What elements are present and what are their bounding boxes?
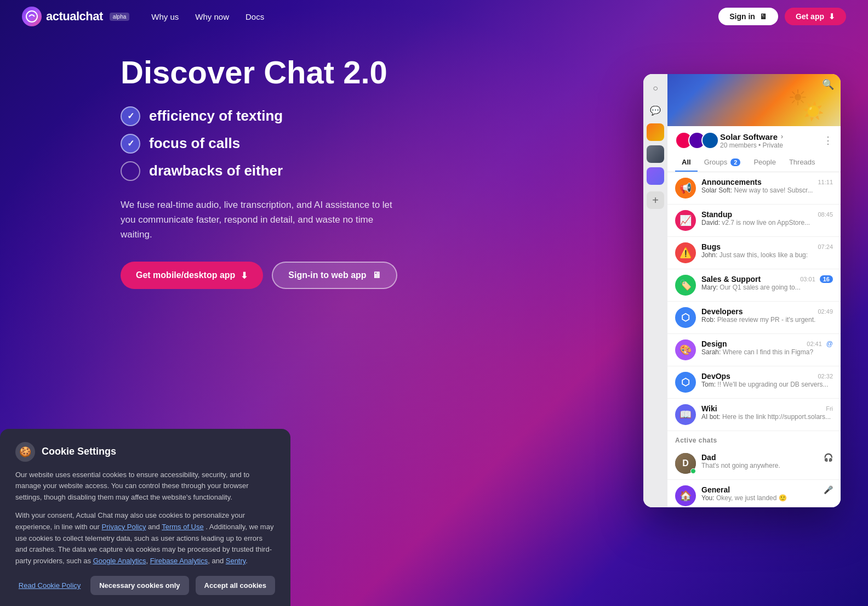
chat-item-body: Developers 02:49 Rob: Please review my P… <box>701 307 833 324</box>
cookie-icon: 🍪 <box>15 442 35 462</box>
logo-text: actualchat <box>46 9 103 24</box>
chat-name: Sales & Support <box>701 275 761 284</box>
monitor-icon-2: 🖥 <box>372 270 381 280</box>
chat-tabs: All Groups 2 People Threads <box>667 154 841 172</box>
nav-docs[interactable]: Docs <box>245 12 264 21</box>
chat-item-body: Standup 08:45 David: v2.7 is now live on… <box>701 210 833 226</box>
check-icon-1: ✓ <box>121 106 140 126</box>
navbar: actualchat alpha Why us Why now Docs Sig… <box>0 0 868 33</box>
wiki-avatar: 📖 <box>675 404 696 425</box>
more-options-button[interactable]: ⋮ <box>823 134 833 146</box>
logo[interactable]: actualchat alpha <box>22 7 129 26</box>
chat-item-developers[interactable]: ⬡ Developers 02:49 Rob: Please review my… <box>667 302 841 334</box>
mic-icon: 🎤 <box>824 485 833 494</box>
cookie-banner: 🍪 Cookie Settings Our website uses essen… <box>0 429 290 606</box>
tab-all[interactable]: All <box>675 154 698 172</box>
chat-preview: That's not going anywhere. <box>701 462 833 469</box>
sales-avatar: 🏷️ <box>675 275 696 296</box>
signin-button[interactable]: Sign in <box>718 8 778 25</box>
hero-title: Discover Chat 2.0 <box>121 55 460 90</box>
announcements-avatar: 📢 <box>675 178 696 199</box>
sidebar-solar-thumb[interactable] <box>647 123 664 141</box>
monitor-icon <box>760 12 767 21</box>
sentry-link[interactable]: Sentry <box>226 557 246 565</box>
sidebar-compass-icon[interactable]: ○ <box>647 80 664 97</box>
tab-groups[interactable]: Groups 2 <box>698 154 747 172</box>
chat-list: 📢 Announcements 11:11 Solar Soft: New wa… <box>667 172 841 507</box>
chat-preview: Solar Soft: New way to save! Subscr... <box>701 186 833 194</box>
download-icon <box>829 12 835 21</box>
list-item: ✓ efficiency of texting <box>121 106 460 126</box>
group-info: Solar Software › 20 members • Private ⋮ <box>667 126 841 154</box>
chat-item-body: General 🎤 You: Okey, we just landed 🙂 <box>701 485 833 502</box>
chat-time: 02:49 <box>818 308 833 315</box>
chat-item-bugs[interactable]: ⚠️ Bugs 07:24 John: Just saw this, looks… <box>667 237 841 269</box>
unread-badge: 16 <box>820 275 833 283</box>
chat-panel: ○ 💬 + 🔍 ☀️ Solar Software <box>643 74 841 507</box>
chat-item-dad[interactable]: D Dad 🎧 That's not going anywhere. <box>667 448 841 480</box>
active-chats-label: Active chats <box>667 431 841 448</box>
feature-list: ✓ efficiency of texting ✓ focus of calls… <box>121 106 460 181</box>
chat-item-body: Sales & Support 03:01 16 Mary: Our Q1 sa… <box>701 275 833 291</box>
chat-item-sales[interactable]: 🏷️ Sales & Support 03:01 16 Mary: Our Q1… <box>667 269 841 302</box>
mention-icon: @ <box>826 340 833 348</box>
chat-name: Announcements <box>701 178 762 186</box>
chat-preview: You: Okey, we just landed 🙂 <box>701 494 833 502</box>
standup-avatar: 📈 <box>675 210 696 231</box>
headphones-icon: 🎧 <box>824 453 833 462</box>
chat-item-body: Announcements 11:11 Solar Soft: New way … <box>701 178 833 194</box>
cookie-buttons: Read Cookie Policy Necessary cookies onl… <box>15 576 275 595</box>
sidebar-chat-icon[interactable]: 💬 <box>647 101 664 119</box>
logo-icon <box>22 7 42 26</box>
chat-item-design[interactable]: 🎨 Design 02:41 @ Sarah: Where can I find… <box>667 334 841 366</box>
sidebar-thumb-2[interactable] <box>647 145 664 163</box>
chat-time: 08:45 <box>818 211 833 218</box>
hero-buttons: Get mobile/desktop app ⬇ Sign-in to web … <box>121 262 460 289</box>
chat-preview: AI bot: Here is the link http://support.… <box>701 413 833 421</box>
general-avatar: 🏠 <box>675 485 696 506</box>
check-icon-3 <box>121 161 140 181</box>
hero-section: Discover Chat 2.0 ✓ efficiency of textin… <box>121 55 460 289</box>
nav-why-us[interactable]: Why us <box>151 12 179 21</box>
sidebar-thumb-3[interactable] <box>647 167 664 185</box>
chat-time: 11:11 <box>818 179 833 185</box>
nav-actions: Sign in Get app <box>718 8 846 25</box>
chat-item-announcements[interactable]: 📢 Announcements 11:11 Solar Soft: New wa… <box>667 172 841 205</box>
firebase-link[interactable]: Firebase Analytics <box>150 557 208 565</box>
feature-text-1: efficiency of texting <box>149 107 283 124</box>
download-icon-2: ⬇ <box>241 270 248 281</box>
chevron-right-icon: › <box>781 133 783 140</box>
chat-item-devops[interactable]: ⬡ DevOps 02:32 Tom: !! We'll be upgradin… <box>667 366 841 399</box>
chat-item-standup[interactable]: 📈 Standup 08:45 David: v2.7 is now live … <box>667 205 841 237</box>
chat-name: DevOps <box>701 372 730 381</box>
necessary-cookies-button[interactable]: Necessary cookies only <box>90 576 189 595</box>
groups-badge: 2 <box>730 158 740 166</box>
feature-text-3: drawbacks of either <box>149 162 283 179</box>
group-name: Solar Software <box>720 132 778 141</box>
chat-time: 07:24 <box>818 243 833 250</box>
cookie-header: 🍪 Cookie Settings <box>15 442 275 462</box>
developers-avatar: ⬡ <box>675 307 696 328</box>
google-analytics-link[interactable]: Google Analytics <box>93 557 146 565</box>
sidebar-add-button[interactable]: + <box>647 191 664 209</box>
chat-item-wiki[interactable]: 📖 Wiki Fri AI bot: Here is the link http… <box>667 399 841 431</box>
getapp-button[interactable]: Get app <box>785 8 846 25</box>
nav-why-now[interactable]: Why now <box>195 12 229 21</box>
chat-name: Standup <box>701 210 732 219</box>
tab-people[interactable]: People <box>747 154 782 172</box>
accept-all-cookies-button[interactable]: Accept all cookies <box>196 576 275 595</box>
tab-threads[interactable]: Threads <box>783 154 822 172</box>
terms-link[interactable]: Terms of Use <box>162 523 204 531</box>
feature-text-2: focus of calls <box>149 135 240 152</box>
chat-item-general[interactable]: 🏠 General 🎤 You: Okey, we just landed 🙂 <box>667 480 841 507</box>
chat-item-body: Dad 🎧 That's not going anywhere. <box>701 453 833 469</box>
read-cookie-policy-button[interactable]: Read Cookie Policy <box>15 581 84 590</box>
sign-in-web-app-button[interactable]: Sign-in to web app 🖥 <box>272 262 397 289</box>
list-item: ✓ focus of calls <box>121 134 460 154</box>
privacy-policy-link[interactable]: Privacy Policy <box>102 523 146 531</box>
group-avatars <box>675 132 715 149</box>
chat-name: Wiki <box>701 404 717 413</box>
get-mobile-app-button[interactable]: Get mobile/desktop app ⬇ <box>121 262 263 289</box>
chat-time: Fri <box>826 405 833 412</box>
search-icon[interactable]: 🔍 <box>822 78 834 90</box>
